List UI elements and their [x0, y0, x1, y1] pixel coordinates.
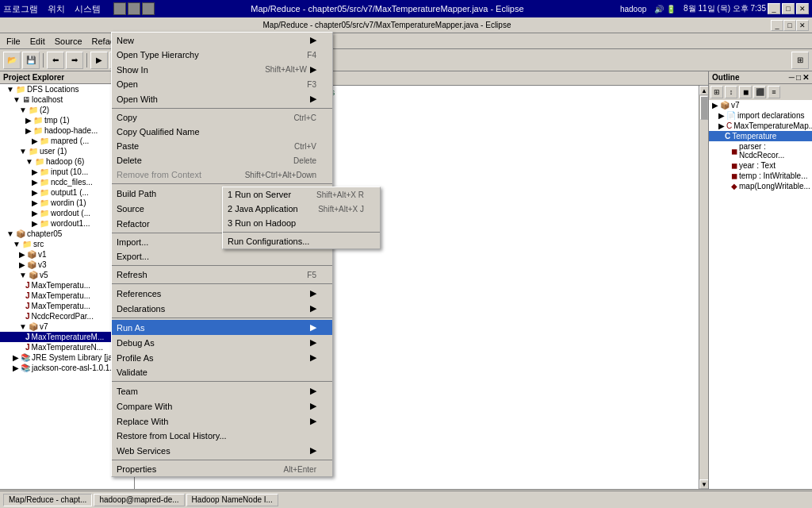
- ctx-open-shortcut: F3: [307, 80, 316, 89]
- java-application-shortcut: Shift+Alt+X J: [318, 205, 364, 214]
- v5-max2-label: MaxTemperatu...: [32, 291, 90, 300]
- v1-label: v1: [38, 250, 47, 259]
- ncdc-folder-icon: 📁: [40, 178, 49, 187]
- outline-item-imports[interactable]: ▶ 📄 import declarations: [709, 110, 812, 121]
- submenu-run-on-server[interactable]: 1 Run on Server Shift+Alt+X R: [223, 187, 380, 202]
- ctx-sep-5: [112, 283, 332, 284]
- ncdc-record-icon: J: [25, 312, 30, 321]
- ctx-declarations[interactable]: Declarations ▶: [112, 301, 332, 316]
- taskbar-terminal[interactable]: hadoop@mapred-de...: [94, 494, 184, 506]
- toolbar-btn-3[interactable]: ⬅: [47, 52, 64, 69]
- ctx-refresh-shortcut: F5: [307, 271, 316, 279]
- outline-toolbar-btn3[interactable]: ◼: [739, 86, 752, 98]
- ctx-web-services[interactable]: Web Services ▶: [112, 443, 332, 458]
- outline-item-v7[interactable]: ▶ 📦 v7: [709, 100, 812, 110]
- v5-package-icon: 📦: [29, 271, 38, 279]
- menu-source[interactable]: Source: [50, 35, 87, 48]
- ctx-refactor-label: Refactor: [117, 219, 150, 229]
- scroll-down-button[interactable]: ▼: [699, 479, 708, 489]
- v7-expand-icon: ▼: [19, 322, 27, 331]
- system-menu-places[interactable]: 위치: [48, 3, 65, 15]
- ctx-copy-label: Copy: [117, 113, 137, 122]
- close-button[interactable]: ✕: [796, 3, 809, 14]
- outline-toolbar-btn5[interactable]: ≡: [768, 86, 780, 98]
- system-menu-programs[interactable]: 프로그램: [3, 3, 38, 15]
- ctx-paste[interactable]: Paste Ctrl+V: [112, 139, 332, 153]
- ctx-team[interactable]: Team ▶: [112, 383, 332, 398]
- ctx-profile-as[interactable]: Profile As ▶: [112, 350, 332, 365]
- temperature-label: Temperature: [732, 132, 776, 140]
- v5-max3-icon: J: [25, 302, 30, 310]
- toolbar-btn-2[interactable]: 💾: [22, 52, 40, 69]
- jre-expand-icon: ▶: [13, 353, 19, 362]
- run-on-server-shortcut: Shift+Alt+X R: [316, 190, 364, 199]
- system-menu-system[interactable]: 시스템: [75, 3, 101, 15]
- ctx-copy-qualified[interactable]: Copy Qualified Name: [112, 125, 332, 139]
- eclipse-minimize[interactable]: _: [771, 20, 783, 31]
- editor-scrollbar[interactable]: ▲ ▼: [699, 86, 708, 489]
- outline-maximize-icon[interactable]: □: [796, 73, 801, 82]
- ctx-export[interactable]: Export...: [112, 249, 332, 264]
- outline-toolbar-btn2[interactable]: ↕: [725, 86, 737, 98]
- ctx-refresh[interactable]: Refresh F5: [112, 267, 332, 282]
- submenu-run-on-hadoop[interactable]: 3 Run on Hadoop: [223, 216, 380, 230]
- ctx-profile-as-arrow: ▶: [310, 352, 316, 363]
- menu-file[interactable]: File: [2, 35, 25, 48]
- ctx-properties[interactable]: Properties Alt+Enter: [112, 462, 332, 476]
- ctx-copy[interactable]: Copy Ctrl+C: [112, 110, 332, 125]
- outline-item-maxtempmap[interactable]: ▶ C MaxTemperatureMap...: [709, 121, 812, 131]
- ctx-references[interactable]: References ▶: [112, 286, 332, 301]
- project-explorer-title: Project Explorer: [3, 73, 64, 82]
- ctx-new[interactable]: New ▶: [112, 33, 332, 48]
- eclipse-title: Map/Reduce - chapter05/src/v7/MaxTempera…: [3, 21, 771, 29]
- toolbar-btn-5[interactable]: ▶: [90, 52, 108, 69]
- title-controls: hadoop 🔊 🔋 8월 11일 (목) 오후 7:35 _ □ ✕: [620, 3, 809, 14]
- scroll-up-button[interactable]: ▲: [699, 86, 708, 95]
- ctx-show-in[interactable]: Show In Shift+Alt+W▶: [112, 62, 332, 77]
- outline-close-icon[interactable]: ✕: [802, 73, 809, 82]
- ctx-open-type-hierarchy[interactable]: Open Type Hierarchy F4: [112, 48, 332, 62]
- ctx-open-with-arrow: ▶: [310, 94, 316, 104]
- ctx-delete[interactable]: Delete Delete: [112, 153, 332, 167]
- outline-item-parser[interactable]: ◼ parser : NcdcRecor...: [709, 141, 812, 160]
- ctx-remove-from-context: Remove from Context Shift+Ctrl+Alt+Down: [112, 167, 332, 182]
- eclipse-close[interactable]: ✕: [796, 20, 809, 31]
- menu-edit[interactable]: Edit: [25, 35, 50, 48]
- outline-item-year[interactable]: ◼ year : Text: [709, 160, 812, 171]
- ctx-open[interactable]: Open F3: [112, 77, 332, 91]
- ctx-open-label: Open: [117, 79, 138, 89]
- year-icon: ◼: [731, 161, 737, 170]
- ctx-restore-local[interactable]: Restore from Local History...: [112, 429, 332, 443]
- temp-label: temp : IntWritable...: [739, 171, 808, 180]
- outline-toolbar-btn4[interactable]: ⬛: [753, 86, 766, 98]
- outline-item-map[interactable]: ◆ map(LongWritable...: [709, 181, 812, 191]
- sys-icon2: [128, 2, 140, 15]
- src-expand-icon: ▼: [13, 240, 21, 248]
- user-expand-icon: ▼: [19, 147, 27, 156]
- outline-toolbar-btn1[interactable]: ⊞: [710, 86, 723, 98]
- submenu-java-application[interactable]: 2 Java Application Shift+Alt+X J: [223, 202, 380, 216]
- ctx-web-services-arrow: ▶: [310, 445, 316, 456]
- ctx-replace-with[interactable]: Replace With ▶: [112, 414, 332, 429]
- outline-minimize-icon[interactable]: ─: [789, 73, 795, 82]
- toolbar-perspectives[interactable]: ⊞: [791, 52, 809, 69]
- ctx-compare-with[interactable]: Compare With ▶: [112, 398, 332, 414]
- context-menu: New ▶ Open Type Hierarchy F4 Show In Shi…: [111, 32, 333, 477]
- outline-item-temp[interactable]: ◼ temp : IntWritable...: [709, 171, 812, 181]
- maximize-button[interactable]: □: [782, 3, 795, 14]
- scroll-thumb[interactable]: [700, 96, 708, 120]
- toolbar-btn-4[interactable]: ➡: [66, 52, 83, 69]
- toolbar-btn-1[interactable]: 📂: [3, 52, 21, 69]
- ctx-open-with[interactable]: Open With ▶: [112, 91, 332, 106]
- outline-item-temperature[interactable]: C Temperature: [709, 131, 812, 141]
- ctx-debug-as[interactable]: Debug As ▶: [112, 335, 332, 350]
- ctx-validate[interactable]: Validate: [112, 365, 332, 379]
- submenu-run-configurations[interactable]: Run Configurations...: [223, 234, 380, 248]
- chapter05-label: chapter05: [27, 229, 62, 238]
- ctx-copy-qualified-label: Copy Qualified Name: [117, 127, 200, 137]
- taskbar-eclipse[interactable]: Map/Reduce - chapt...: [3, 494, 92, 506]
- eclipse-maximize[interactable]: □: [783, 20, 796, 31]
- minimize-button[interactable]: _: [768, 3, 780, 14]
- taskbar-hadoop[interactable]: Hadoop NameNode I...: [186, 494, 278, 506]
- ctx-run-as[interactable]: Run As ▶: [112, 320, 332, 335]
